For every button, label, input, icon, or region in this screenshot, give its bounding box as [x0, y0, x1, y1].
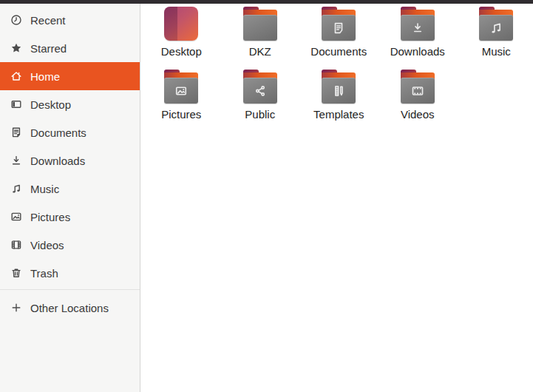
- public-emblem: [253, 84, 268, 98]
- file-item-label: Videos: [401, 108, 435, 121]
- sidebar: RecentStarredHomeDesktopDocumentsDownloa…: [0, 4, 140, 392]
- desktop-gradient-icon: [163, 7, 199, 41]
- sidebar-item-label: Starred: [30, 42, 67, 55]
- folder-icon: [321, 70, 356, 104]
- sidebar-item-label: Trash: [30, 267, 58, 280]
- file-item-desktop[interactable]: Desktop: [142, 7, 221, 70]
- sidebar-footer: Other Locations: [0, 294, 140, 322]
- sidebar-item-label: Videos: [30, 239, 64, 251]
- file-item-label: Desktop: [161, 45, 202, 58]
- sidebar-item-videos[interactable]: Videos: [0, 231, 140, 259]
- sidebar-item-trash[interactable]: Trash: [0, 259, 140, 287]
- folder-icon: [478, 7, 514, 41]
- sidebar-item-documents[interactable]: Documents: [0, 118, 140, 146]
- sidebar-item-recent[interactable]: Recent: [0, 6, 140, 34]
- sidebar-item-label: Downloads: [30, 155, 85, 167]
- sidebar-item-starred[interactable]: Starred: [0, 34, 140, 62]
- file-item-label: Public: [245, 108, 275, 121]
- sidebar-item-label: Pictures: [30, 211, 70, 223]
- video-icon: [10, 239, 22, 251]
- sidebar-item-label: Music: [30, 183, 59, 195]
- file-item-documents[interactable]: Documents: [299, 7, 378, 70]
- file-item-videos[interactable]: Videos: [378, 70, 458, 132]
- file-item-label: Documents: [310, 45, 367, 58]
- sidebar-item-desktop[interactable]: Desktop: [0, 90, 140, 118]
- file-item-templates[interactable]: Templates: [299, 70, 378, 132]
- folder-icon: [242, 70, 278, 104]
- file-item-label: Templates: [313, 108, 364, 121]
- sidebar-item-home[interactable]: Home: [0, 62, 140, 90]
- file-item-label: Pictures: [161, 108, 201, 121]
- sidebar-item-music[interactable]: Music: [0, 175, 140, 203]
- file-item-label: Music: [482, 45, 511, 58]
- templates-emblem: [331, 84, 346, 98]
- folder-icon: [242, 7, 278, 41]
- sidebar-item-other-locations[interactable]: Other Locations: [0, 294, 140, 322]
- plus-icon: [10, 302, 22, 314]
- file-item-label: Downloads: [390, 45, 445, 58]
- file-item-label: DKZ: [249, 45, 271, 58]
- sidebar-item-pictures[interactable]: Pictures: [0, 203, 140, 231]
- sidebar-item-label: Documents: [30, 126, 86, 139]
- picture-icon: [10, 211, 22, 223]
- downloads-emblem: [410, 21, 425, 36]
- music-icon: [10, 183, 22, 195]
- trash-icon: [10, 267, 22, 279]
- folder-icon: [163, 70, 199, 104]
- file-item-music[interactable]: Music: [457, 7, 533, 70]
- file-item-downloads[interactable]: Downloads: [378, 7, 458, 70]
- sidebar-item-label: Other Locations: [30, 302, 109, 314]
- file-browser-content: DesktopDKZDocumentsDownloadsMusicPicture…: [141, 4, 533, 392]
- clock-icon: [10, 14, 22, 26]
- desktop-icon: [10, 98, 22, 110]
- star-icon: [10, 42, 22, 54]
- sidebar-item-downloads[interactable]: Downloads: [0, 146, 140, 175]
- file-item-dkz[interactable]: DKZ: [221, 7, 300, 70]
- sidebar-separator: [0, 289, 140, 290]
- sidebar-nav: RecentStarredHomeDesktopDocumentsDownloa…: [0, 6, 140, 287]
- folder-icon: [400, 7, 435, 41]
- folder-icon: [321, 7, 356, 41]
- files-grid: DesktopDKZDocumentsDownloadsMusicPicture…: [141, 4, 533, 132]
- folder-icon: [400, 70, 435, 104]
- sidebar-item-label: Desktop: [30, 98, 71, 111]
- music-emblem: [489, 21, 503, 36]
- file-item-pictures[interactable]: Pictures: [142, 70, 221, 132]
- home-icon: [10, 70, 22, 82]
- sidebar-item-label: Home: [30, 70, 60, 83]
- videos-emblem: [410, 84, 425, 98]
- file-item-public[interactable]: Public: [221, 70, 300, 132]
- pictures-emblem: [174, 84, 189, 98]
- document-icon: [10, 126, 22, 138]
- documents-emblem: [331, 21, 346, 36]
- download-icon: [10, 155, 22, 166]
- sidebar-item-label: Recent: [30, 14, 66, 27]
